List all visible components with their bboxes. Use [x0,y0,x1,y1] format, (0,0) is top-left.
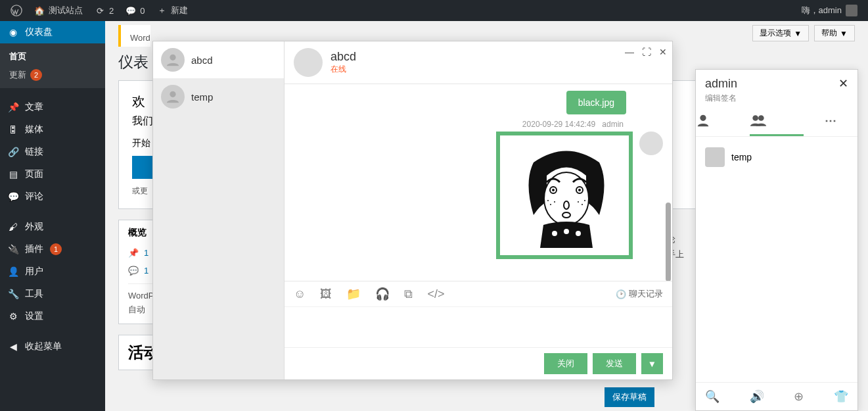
svg-point-10 [547,200,549,201]
svg-point-5 [552,189,555,191]
menu-pages[interactable]: ▤页面 [0,163,105,185]
chat-close-button[interactable]: 关闭 [544,353,587,374]
svg-point-19 [700,115,706,121]
svg-point-7 [578,189,581,191]
updates-badge: 2 [30,69,42,81]
im-friend-list: temp [696,137,857,382]
comments-link[interactable]: 💬0 [120,0,150,21]
svg-point-21 [758,115,764,121]
sound-icon[interactable]: 🔊 [750,389,764,404]
search-icon[interactable]: 🔍 [705,389,720,404]
file-icon[interactable]: 📁 [346,287,361,301]
site-name[interactable]: 🏠测试站点 [29,0,88,21]
svg-point-1 [170,55,175,60]
menu-settings[interactable]: ⚙设置 [0,305,105,327]
chat-status: 在线 [331,64,356,75]
menu-users[interactable]: 👤用户 [0,260,105,283]
save-draft-button[interactable]: 保存草稿 [605,387,654,407]
chat-contacts: abcd temp [153,41,285,379]
menu-appearance[interactable]: 🖌外观 [0,216,105,238]
chat-header-avatar [294,48,323,77]
im-tabs: ⋯ [696,107,857,137]
menu-comments[interactable]: 💬评论 [0,185,105,208]
avatar-icon [161,48,185,72]
chat-send-button[interactable]: 发送 [593,353,636,374]
chat-header-name: abcd [331,50,356,64]
menu-plugins[interactable]: 🔌插件1 [0,238,105,260]
menu-media[interactable]: 🎛媒体 [0,118,105,141]
screen-options-button[interactable]: 显示选项 ▼ [752,25,809,41]
im-username: admin [705,77,737,91]
menu-tools[interactable]: 🔧工具 [0,283,105,305]
svg-point-9 [562,212,570,218]
friend-name: temp [731,152,752,162]
menu-links[interactable]: 🔗链接 [0,141,105,163]
im-footer: 🔍 🔊 ⊕ 👕 [696,382,857,410]
plugins-badge: 1 [50,243,62,255]
help-button[interactable]: 帮助 ▼ [814,25,855,41]
chat-contact-item[interactable]: temp [153,78,284,115]
audio-icon[interactable]: 🎧 [375,287,390,301]
chat-history-button[interactable]: 🕑 聊天记录 [616,288,663,300]
chat-textarea[interactable] [294,311,663,343]
svg-point-20 [752,115,758,121]
tab-friends[interactable] [696,107,750,136]
svg-point-18 [576,231,581,236]
msg-meta: 2020-09-29 14:42:49 admin [294,120,624,129]
svg-point-11 [550,204,551,205]
howdy-user[interactable]: 嗨，admin [796,0,863,21]
chat-window: abcd temp — ⛶ ✕ abcd 在线 black.jpg 2020-0… [152,41,673,380]
wp-logo[interactable] [5,0,28,21]
menu-collapse[interactable]: ◀收起菜单 [0,335,105,358]
updates-link[interactable]: ⟳2 [89,0,119,21]
svg-point-13 [578,201,579,203]
maximize-icon[interactable]: ⛶ [642,47,651,57]
scrollbar-thumb[interactable] [666,203,671,281]
friend-avatar-icon [705,147,725,167]
chat-body: black.jpg 2020-09-29 14:42:49 admin [285,84,672,281]
im-friend-item[interactable]: temp [696,142,857,172]
add-icon[interactable]: ⊕ [794,389,804,404]
code-icon[interactable]: </> [427,287,444,301]
svg-point-2 [170,91,175,97]
tab-more[interactable]: ⋯ [804,107,857,136]
image-icon[interactable]: 🖼 [320,287,332,301]
svg-point-17 [564,229,569,234]
video-icon[interactable]: ⧉ [404,287,413,301]
menu-posts[interactable]: 📌文章 [0,96,105,118]
im-close-icon[interactable]: ✕ [838,76,848,91]
msg-avatar [639,132,663,155]
chat-main: — ⛶ ✕ abcd 在线 black.jpg 2020-09-29 14:42… [285,41,672,379]
image-message[interactable] [496,132,633,259]
submenu-home[interactable]: 首页 [0,47,105,66]
menu-dashboard[interactable]: ◉仪表盘 [0,21,105,43]
contact-name: temp [191,91,213,103]
svg-point-8 [564,201,569,209]
submenu-updates[interactable]: 更新2 [0,66,105,84]
cartoon-face-icon [507,143,626,248]
tab-groups[interactable] [750,107,804,136]
user-avatar-icon [846,5,857,16]
admin-notice: Word [118,25,150,47]
skin-icon[interactable]: 👕 [834,389,848,404]
file-message[interactable]: black.jpg [566,91,626,114]
avatar-icon [161,85,185,109]
wp-adminbar: 🏠测试站点 ⟳2 💬0 ＋新建 嗨，admin [0,0,868,21]
chat-contact-item[interactable]: abcd [153,41,284,78]
svg-point-12 [554,201,555,203]
svg-point-14 [582,204,583,205]
svg-point-15 [584,200,585,201]
emoji-icon[interactable]: ☺ [294,287,306,301]
minimize-icon[interactable]: — [625,47,634,57]
send-options-dropdown[interactable]: ▼ [641,353,663,374]
im-panel: admin✕ 编辑签名 ⋯ temp 🔍 🔊 ⊕ 👕 [695,69,858,411]
admin-menu: ◉仪表盘 首页 更新2 📌文章 🎛媒体 🔗链接 ▤页面 💬评论 🖌外观 🔌插件1… [0,21,105,411]
im-signature[interactable]: 编辑签名 [705,93,848,104]
chat-toolbar: ☺ 🖼 📁 🎧 ⧉ </> 🕑 聊天记录 [285,281,672,306]
contact-name: abcd [191,55,213,66]
svg-point-16 [552,231,557,236]
close-icon[interactable]: ✕ [659,47,667,57]
new-content[interactable]: ＋新建 [151,0,193,21]
chat-input-area [285,306,672,347]
